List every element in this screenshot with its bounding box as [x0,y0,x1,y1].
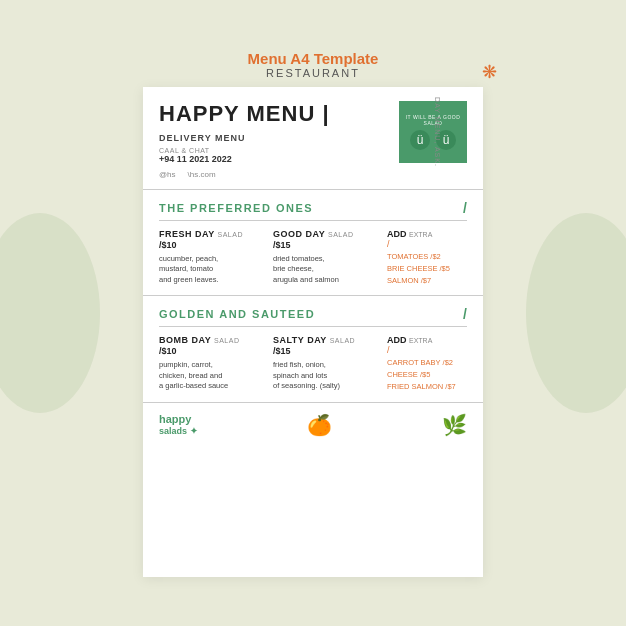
section-golden: GOLDEN AND SAUTEED / BOMB DAY SALAD /$10… [143,296,483,403]
item-desc-salty: fried fish, onion,spinach and lotsof sea… [273,360,377,392]
card-footer: happy salads ✦ 🍊 🌿 [143,403,483,447]
social-at: @hs [159,170,176,179]
extra-sublabel-golden: extra [409,337,432,344]
item-desc-good: dried tomatoes,brie cheese,arugula and s… [273,254,377,286]
footer-icon-herb: 🌿 [442,413,467,437]
section-title-preferred: THE PREFERRED ONES [159,202,313,214]
section-header-preferred: THE PREFERRED ONES / [159,200,467,221]
logo-box-text: IT WILL BE A GOOD SALAD [399,114,467,126]
item-name-salty: SALTY DAY SALAD [273,335,377,345]
add-extra-preferred: ADD extra / TOMATOES /$2 BRIE CHEESE /$5… [387,229,467,286]
footer-logo-line2: salads ✦ [159,426,198,437]
item-price-bomb: /$10 [159,346,263,356]
item-price-salty: /$15 [273,346,377,356]
extra-brie: BRIE CHEESE /$5 [387,264,467,273]
card-header: HAPPY MENU | DELIVERY MENU CAAL & CHAT +… [143,87,483,190]
item-name-bomb: BOMB DAY SALAD [159,335,263,345]
item-type-salty: SALAD [330,337,355,344]
extra-sublabel: extra [409,231,432,238]
section-header-golden: GOLDEN AND SAUTEED / [159,306,467,327]
face-icon-1: ü [410,130,430,150]
phone-number: +94 11 2021 2022 [159,154,389,164]
caal-chat-label: CAAL & CHAT [159,147,389,154]
menu-card: HAPPY MENU | DELIVERY MENU CAAL & CHAT +… [143,87,483,577]
footer-logo-line1: happy [159,413,191,425]
golden-items-row: BOMB DAY SALAD /$10 pumpkin, carrot,chic… [159,335,467,392]
add-extra-golden: ADD extra / CARROT BABY /$2 CHEESE /$5 F… [387,335,467,392]
bg-decoration-left [0,213,100,413]
extra-carrot: CARROT BABY /$2 [387,358,467,367]
menu-title: HAPPY MENU | [159,101,389,127]
extra-cheese: CHEESE /$5 [387,370,467,379]
item-price-good: /$15 [273,240,377,250]
page-wrapper: Menu A4 Template RESTAURANT HAPPY MENU |… [143,50,483,577]
section-slash-preferred: / [463,200,467,216]
deco-flower-icon: ❋ [482,61,497,83]
logo-faces: ü ü [410,130,456,150]
footer-logo: happy salads ✦ [159,413,198,437]
extra-fried-salmon: FRIED SALMON /$7 [387,382,467,391]
add-extra-label-golden: ADD extra [387,335,467,345]
delivery-label: DELIVERY MENU [159,133,389,143]
section-slash-golden: / [463,306,467,322]
logo-box: IT WILL BE A GOOD SALAD ü ü [399,101,467,163]
preferred-items-row: FRESH DAY SALAD /$10 cucumber, peach,mus… [159,229,467,286]
extra-salmon: SALMON /$7 [387,276,467,285]
add-slash-golden: / [387,345,467,355]
item-desc-fresh: cucumber, peach,mustard, tomatoand green… [159,254,263,286]
contact-section: CAAL & CHAT +94 11 2021 2022 [159,147,389,164]
subtitle: RESTAURANT [248,67,379,79]
menu-item-good-day: GOOD DAY SALAD /$15 dried tomatoes,brie … [273,229,377,286]
item-type-fresh: SALAD [218,231,243,238]
item-desc-bomb: pumpkin, carrot,chicken, bread anda garl… [159,360,263,392]
social-website: \hs.com [188,170,216,179]
add-extra-label: ADD extra [387,229,467,239]
item-name-fresh: FRESH DAY SALAD [159,229,263,239]
top-label: Menu A4 Template RESTAURANT [248,50,379,79]
header-left: HAPPY MENU | DELIVERY MENU CAAL & CHAT +… [159,101,389,179]
item-name-good: GOOD DAY SALAD [273,229,377,239]
section-preferred: THE PREFERRED ONES / FRESH DAY SALAD /$1… [143,190,483,297]
add-slash: / [387,239,467,249]
section-title-golden: GOLDEN AND SAUTEED [159,308,315,320]
menu-item-bomb-day: BOMB DAY SALAD /$10 pumpkin, carrot,chic… [159,335,263,392]
menu-item-salty-day: SALTY DAY SALAD /$15 fried fish, onion,s… [273,335,377,392]
footer-icon-orange: 🍊 [307,413,332,437]
template-title: Menu A4 Template [248,50,379,67]
item-price-fresh: /$10 [159,240,263,250]
item-type-bomb: SALAD [214,337,239,344]
item-type-good: SALAD [328,231,353,238]
side-text: DAY MENU, ASK. [435,97,442,167]
menu-item-fresh-day: FRESH DAY SALAD /$10 cucumber, peach,mus… [159,229,263,286]
extra-tomatoes: TOMATOES /$2 [387,252,467,261]
bg-decoration-right [526,213,626,413]
social-row: @hs \hs.com [159,170,389,179]
